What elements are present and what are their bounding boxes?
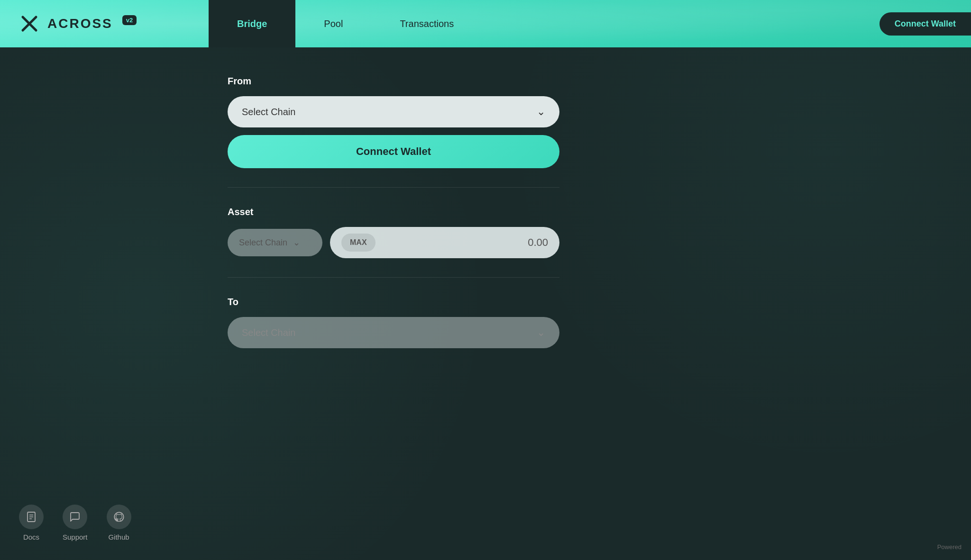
logo-icon xyxy=(19,13,40,34)
from-chain-placeholder: Select Chain xyxy=(242,107,295,117)
from-chain-chevron-icon: ⌄ xyxy=(537,106,545,118)
section-divider-2 xyxy=(228,277,559,278)
logo-text: ACROSS xyxy=(47,16,113,31)
sidebar-link-docs[interactable]: Docs xyxy=(19,505,44,541)
section-divider-1 xyxy=(228,187,559,188)
sidebar-link-support[interactable]: Support xyxy=(63,505,88,541)
logo-area: ACROSS v2 xyxy=(0,13,209,34)
github-label: Github xyxy=(108,533,129,541)
to-chain-chevron-icon: ⌄ xyxy=(537,326,545,339)
asset-chevron-icon: ⌄ xyxy=(293,237,300,248)
max-button[interactable]: MAX xyxy=(341,234,376,252)
from-label: From xyxy=(228,76,559,87)
sidebar: Docs Support Github xyxy=(0,47,209,560)
asset-select-placeholder: Select Chain xyxy=(239,238,287,248)
to-label: To xyxy=(228,297,559,307)
asset-label: Asset xyxy=(228,207,559,217)
amount-value: 0.00 xyxy=(383,236,548,249)
nav-transactions[interactable]: Transactions xyxy=(371,0,482,47)
version-badge: v2 xyxy=(122,15,137,25)
asset-row: Select Chain ⌄ MAX 0.00 xyxy=(228,227,559,258)
support-icon xyxy=(63,505,87,529)
bridge-content: From Select Chain ⌄ Connect Wallet Asset… xyxy=(209,47,971,560)
nav-pool[interactable]: Pool xyxy=(295,0,371,47)
asset-select-button[interactable]: Select Chain ⌄ xyxy=(228,229,322,256)
sidebar-links: Docs Support Github xyxy=(19,505,190,541)
to-chain-select[interactable]: Select Chain ⌄ xyxy=(228,317,559,348)
bridge-section: From Select Chain ⌄ Connect Wallet Asset… xyxy=(228,76,559,348)
from-chain-select[interactable]: Select Chain ⌄ xyxy=(228,96,559,127)
to-chain-placeholder: Select Chain xyxy=(242,327,295,338)
header: ACROSS v2 Bridge Pool Transactions Conne… xyxy=(0,0,971,47)
docs-icon xyxy=(19,505,44,529)
docs-label: Docs xyxy=(23,533,39,541)
github-icon xyxy=(107,505,131,529)
nav-bridge[interactable]: Bridge xyxy=(209,0,295,47)
support-label: Support xyxy=(63,533,88,541)
amount-input-wrapper: MAX 0.00 xyxy=(330,227,559,258)
header-connect-wallet-button[interactable]: Connect Wallet xyxy=(879,12,971,36)
sidebar-link-github[interactable]: Github xyxy=(107,505,131,541)
nav-area: Bridge Pool Transactions Connect Wallet xyxy=(209,0,971,47)
main-container: Docs Support Github xyxy=(0,47,971,560)
connect-wallet-main-button[interactable]: Connect Wallet xyxy=(228,135,559,168)
